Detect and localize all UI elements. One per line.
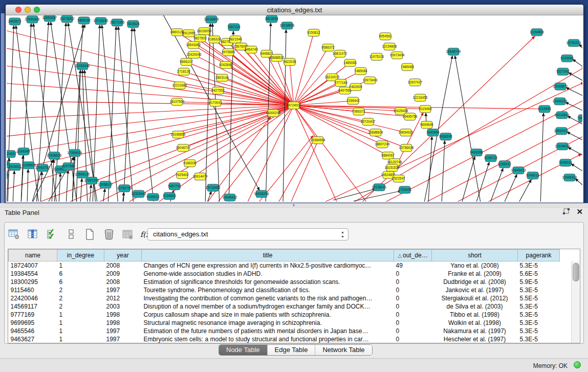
graph-node[interactable]: 22420046 — [187, 51, 202, 58]
table-cell[interactable]: 2 — [57, 286, 104, 294]
graph-node[interactable]: 19495758 — [403, 113, 418, 120]
graph-node[interactable]: 11154808 — [530, 29, 544, 36]
graph-node[interactable]: 9170041 — [209, 99, 222, 106]
table-cell[interactable]: 1 — [57, 327, 104, 335]
graph-node[interactable]: 16136141 — [372, 184, 387, 191]
table-cell[interactable]: 1 — [57, 311, 104, 319]
table-cell[interactable]: Disruption of a novel member of a sodium… — [142, 302, 394, 311]
graph-node[interactable]: 26671355 — [110, 19, 125, 26]
graph-node[interactable]: 16033809 — [204, 16, 219, 23]
graph-node[interactable]: 2405572 — [8, 18, 21, 25]
graph-node[interactable]: 18107554 — [170, 98, 185, 105]
graph-node[interactable]: 9416288 — [470, 149, 483, 156]
table-cell[interactable]: Stergiakouli et al. (2012) — [432, 294, 518, 302]
graph-node[interactable]: 9245013 — [526, 172, 539, 179]
table-cell[interactable]: Structural magnetic resonance image aver… — [142, 319, 394, 327]
graph-node[interactable]: 12216455 — [413, 94, 428, 101]
table-cell[interactable]: 1 — [57, 335, 104, 343]
graph-node[interactable]: 9777169 — [334, 79, 347, 86]
table-cell[interactable]: 2009 — [104, 270, 142, 278]
table-cell[interactable]: 5.3E-5 — [518, 302, 560, 311]
graph-node[interactable]: 27691406 — [25, 16, 40, 23]
table-cell[interactable]: 2008 — [104, 261, 142, 270]
column-header-year[interactable]: year — [104, 250, 142, 261]
splitter-handle-icon[interactable]: ▴▾ — [291, 204, 296, 207]
graph-node[interactable]: 16811472 — [333, 50, 347, 57]
table-scrollbar[interactable] — [571, 261, 579, 343]
tab-network-table[interactable]: Network Table — [315, 345, 372, 355]
graph-node[interactable]: 8860128 — [170, 29, 184, 36]
graph-node[interactable]: 8427552 — [211, 87, 225, 94]
table-cell[interactable]: 1998 — [104, 311, 142, 319]
graph-node[interactable]: 15688520 — [270, 54, 285, 61]
table-cell[interactable]: 5.3E-5 — [518, 319, 560, 327]
table-cell[interactable]: 9115460 — [9, 286, 57, 294]
table-cell[interactable]: 0 — [394, 335, 432, 343]
graph-node[interactable]: 16046707 — [176, 144, 191, 151]
table-row[interactable]: 1456911722003Disruption of a novel membe… — [9, 302, 560, 311]
column-header-short[interactable]: short — [432, 250, 518, 261]
table-cell[interactable]: 2 — [57, 294, 104, 302]
network-canvas[interactable]: 2405572276914061065328715276002946616010… — [7, 15, 582, 202]
table-cell[interactable]: Nakamura et al. (1997) — [432, 327, 518, 335]
close-panel-icon[interactable]: ✕ — [576, 208, 583, 216]
graph-node[interactable]: 9129946 — [560, 55, 574, 62]
graph-node[interactable]: 2336442 — [346, 97, 360, 104]
table-cell[interactable]: 0 — [394, 327, 432, 335]
table-cell[interactable]: Yano et al. (2008) — [432, 261, 518, 270]
graph-node[interactable]: 10958107 — [98, 181, 113, 188]
graph-node[interactable]: 18300295 — [266, 110, 281, 117]
table-cell[interactable]: 6 — [57, 278, 104, 286]
graph-node[interactable]: 9215953 — [538, 105, 551, 113]
table-cell[interactable]: 0 — [394, 311, 432, 319]
graph-node[interactable]: 8938245 — [439, 133, 452, 140]
table-row[interactable]: 946554611997Estimation of the future num… — [9, 327, 560, 335]
window-titlebar[interactable]: citations_edges.txt — [6, 5, 583, 15]
graph-node[interactable]: 15751074 — [567, 39, 581, 47]
graph-node[interactable]: 2620651 — [7, 150, 16, 158]
table-row[interactable]: 946362711997Embryonic stem cells: a mode… — [9, 335, 560, 343]
graph-node[interactable]: 9954561 — [379, 33, 392, 40]
column-header-in_degree[interactable]: in_degree — [57, 250, 104, 261]
float-panel-icon[interactable] — [562, 208, 570, 216]
graph-node[interactable]: 10653287 — [42, 15, 57, 21]
graph-node[interactable]: 16210643 — [555, 112, 570, 119]
attribute-table[interactable]: namein_degreeyeartitle△out_de…shortpager… — [8, 249, 580, 343]
table-cell[interactable]: Wolkin et al. (1998) — [432, 319, 518, 327]
column-header-out_de[interactable]: △out_de… — [394, 250, 432, 261]
table-cell[interactable]: 0 — [394, 286, 432, 294]
delete-table-button[interactable] — [121, 229, 135, 242]
table-cell[interactable]: Jankovic et al. (1997) — [432, 286, 518, 294]
table-cell[interactable]: 5.5E-5 — [518, 294, 560, 302]
table-cell[interactable]: 1997 — [104, 286, 142, 294]
table-row[interactable]: 1938455462009Genome-wide association stu… — [9, 270, 560, 278]
table-cell[interactable]: 1 — [57, 261, 104, 270]
graph-node[interactable]: 11607427 — [408, 79, 423, 86]
table-cell[interactable]: Tibbo et al. (1998) — [432, 311, 518, 319]
table-cell[interactable]: 5.3E-5 — [518, 335, 560, 343]
table-row[interactable]: 1830029562008Estimation of significance … — [9, 278, 560, 286]
table-cell[interactable]: 5.3E-5 — [518, 327, 560, 335]
table-cell[interactable]: 0 — [394, 319, 432, 327]
graph-node[interactable]: 19654923 — [399, 129, 413, 136]
graph-node[interactable]: 12154808 — [382, 43, 397, 50]
graph-node[interactable]: 15276002 — [60, 15, 75, 23]
delete-column-button[interactable] — [102, 229, 116, 242]
table-cell[interactable]: Estimation of the future numbers of pati… — [142, 327, 394, 335]
table-cell[interactable]: 19384554 — [9, 270, 57, 278]
graph-node[interactable]: 2522547 — [392, 175, 405, 182]
graph-node[interactable]: 10688609 — [368, 129, 383, 136]
graph-node[interactable]: 9155713 — [484, 155, 497, 162]
table-cell[interactable]: Estimation of significance thresholds fo… — [142, 278, 394, 286]
table-cell[interactable]: Franke et al. (2009) — [432, 270, 518, 278]
table-cell[interactable]: Tourette syndrome. Phenomenology and cla… — [142, 286, 394, 294]
graph-node[interactable]: 8186328 — [208, 36, 221, 43]
graph-node[interactable]: 9186330 — [183, 160, 197, 167]
table-selector-dropdown[interactable]: citations_edges.txt ▲▼ — [147, 228, 349, 240]
graph-node[interactable]: 9242848 — [219, 61, 232, 69]
graph-node[interactable]: 20206526 — [47, 152, 62, 159]
graph-node[interactable]: 12323445 — [132, 190, 146, 198]
graph-node[interactable]: 18724007 — [287, 102, 301, 109]
graph-node[interactable]: 21053346 — [75, 62, 90, 70]
table-cell[interactable]: 18300295 — [9, 278, 57, 286]
